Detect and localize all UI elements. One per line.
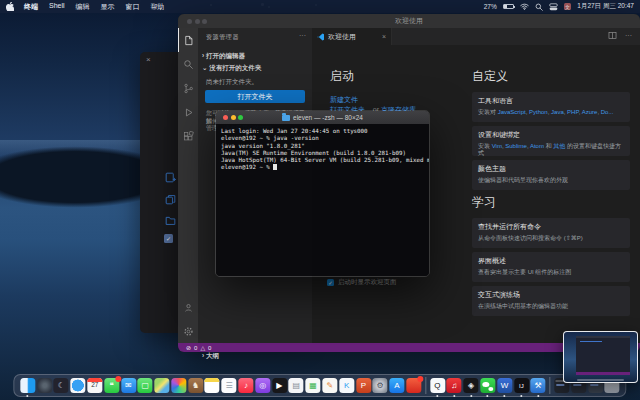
terminal-line: eleven@192 ~ % java -version: [221, 135, 424, 142]
battery-icon[interactable]: [503, 4, 514, 10]
search-icon[interactable]: [535, 3, 543, 11]
card-title: 交互式演练场: [478, 290, 624, 300]
dock-item-wechat-icon[interactable]: [480, 378, 495, 393]
tab-label: 欢迎使用: [328, 32, 379, 42]
welcome-card[interactable]: 工具和语言安装对 JavaScript, Python, Java, PHP, …: [472, 92, 630, 122]
dock-item-podcasts-icon[interactable]: ◎: [255, 378, 270, 393]
no-folder-text: 尚未打开文件夹。: [206, 78, 258, 87]
dock-item-keynote-icon[interactable]: K: [339, 378, 354, 393]
dock-item-messages-icon[interactable]: ❝: [104, 378, 119, 393]
dock-item-maps-icon[interactable]: [154, 378, 169, 393]
show-welcome-checkbox[interactable]: ✓ 启动时显示欢迎页面: [327, 278, 397, 287]
input-method-icon[interactable]: 文: [564, 3, 572, 11]
welcome-card[interactable]: 颜色主题使编辑器和代码呈现你喜欢的外观: [472, 160, 630, 190]
account-icon[interactable]: [178, 295, 198, 319]
checkbox-check-icon[interactable]: ✓: [327, 279, 334, 286]
editor-more-icon[interactable]: ···: [625, 32, 632, 39]
dock-item-intellij-idea-icon[interactable]: IJ: [514, 378, 529, 393]
dock-item-mail-icon[interactable]: ✉: [121, 378, 136, 393]
apple-menu-icon[interactable]: [6, 2, 14, 11]
run-debug-icon[interactable]: [178, 100, 198, 124]
welcome-card[interactable]: 设置和键绑定安装 Vim, Sublime, Atom 和 其他 的设置和键盘快…: [472, 126, 630, 156]
menu-编辑[interactable]: 编辑: [76, 2, 90, 12]
dock-item-chess-icon[interactable]: ♞: [188, 378, 203, 393]
close-button: [187, 19, 192, 24]
preview-mini-dock: [577, 379, 624, 381]
wifi-icon[interactable]: [520, 3, 529, 10]
dock-item-red-app-icon[interactable]: [406, 378, 421, 393]
dock-item-photos-icon[interactable]: [171, 378, 186, 393]
dock-item-qq-icon[interactable]: Q: [430, 378, 445, 393]
dock-item-reminders-icon[interactable]: ☰: [222, 378, 237, 393]
screenshot-preview-thumbnail[interactable]: [563, 331, 638, 383]
dock-item-xcode-icon[interactable]: ⚒: [531, 378, 546, 393]
terminal-content[interactable]: Last login: Wed Jan 27 20:44:45 on ttys0…: [216, 124, 429, 277]
dock-item-finder-icon[interactable]: [20, 378, 35, 393]
menu-终端[interactable]: 终端: [24, 2, 38, 12]
terminal-window[interactable]: eleven — -zsh — 80×24 Last login: Wed Ja…: [215, 110, 430, 277]
terminal-line: eleven@192 ~ %: [221, 164, 424, 171]
control-center-icon[interactable]: [549, 3, 558, 11]
welcome-card[interactable]: 交互式演练场在演练场中试用基本的编辑器功能: [472, 286, 630, 316]
terminal-cursor: [273, 164, 277, 170]
tab-welcome[interactable]: 欢迎使用 ×: [312, 28, 392, 45]
vscode-logo-icon: [317, 33, 325, 41]
menu-帮助[interactable]: 帮助: [151, 2, 165, 12]
problems-indicator[interactable]: ⊘0 △0: [186, 344, 211, 351]
source-control-icon[interactable]: [178, 76, 198, 100]
sidebar-more-icon[interactable]: ···: [299, 32, 306, 39]
dock-item-preview-icon[interactable]: ▤: [289, 378, 304, 393]
tab-close-icon[interactable]: ×: [382, 33, 386, 40]
window-controls[interactable]: [187, 19, 207, 24]
card-title: 查找并运行所有命令: [478, 222, 624, 232]
new-file-icon[interactable]: [165, 169, 176, 180]
menu-bar-clock[interactable]: 1月27日 周三 20:47: [577, 2, 634, 11]
background-checkbox[interactable]: ✓: [164, 234, 173, 243]
card-title: 工具和语言: [478, 96, 624, 106]
tab-bar: 欢迎使用 × ···: [312, 28, 640, 45]
dock-item-safari-icon[interactable]: [71, 378, 86, 393]
dock-item-dark-app-icon[interactable]: ◈: [464, 378, 479, 393]
dock-item-word-icon[interactable]: W: [497, 378, 512, 393]
dock-item-notes-icon[interactable]: [205, 378, 220, 393]
split-editor-icon[interactable]: [608, 31, 617, 40]
dock-item-launchpad-icon[interactable]: [37, 378, 52, 393]
search-icon[interactable]: [178, 52, 198, 76]
dock-item-powerpoint-icon[interactable]: P: [356, 378, 371, 393]
window-controls[interactable]: [223, 115, 243, 120]
open-folder-button[interactable]: 打开文件夹: [205, 90, 305, 103]
dock-item-music-icon[interactable]: ♪: [238, 378, 253, 393]
running-indicator: [453, 395, 455, 397]
close-icon[interactable]: ×: [146, 55, 151, 64]
welcome-card[interactable]: 查找并运行所有命令从命令面板快速访问和搜索命令 (⇧⌘P): [472, 218, 630, 248]
explorer-icon[interactable]: [178, 28, 198, 52]
menu-显示[interactable]: 显示: [101, 2, 115, 12]
dock-item-dark-moon-app-icon[interactable]: ☾: [54, 378, 69, 393]
dock-separator: [425, 377, 426, 394]
welcome-card[interactable]: 界面概述查看突出显示主要 UI 组件的标注图: [472, 252, 630, 282]
dock-item-system-preferences-icon[interactable]: ⚙: [373, 378, 388, 393]
notification-badge: [115, 376, 121, 382]
running-indicator: [436, 395, 438, 397]
terminal-line: Java(TM) SE Runtime Environment (build 1…: [221, 150, 424, 157]
dock-item-pages-icon[interactable]: ✎: [322, 378, 337, 393]
extensions-icon[interactable]: [178, 124, 198, 148]
dock-item-tv-icon[interactable]: ▶: [272, 378, 287, 393]
dock-item-numbers-icon[interactable]: ▦: [306, 378, 321, 393]
dock-item-calendar-icon[interactable]: 27: [87, 378, 102, 393]
open-files-icon[interactable]: [165, 191, 176, 202]
menu-Shell[interactable]: Shell: [49, 2, 65, 12]
dock-item-facetime-icon[interactable]: ▢: [138, 378, 153, 393]
dock-item-app-store-icon[interactable]: A: [389, 378, 404, 393]
settings-gear-icon[interactable]: [178, 319, 198, 343]
vscode-titlebar[interactable]: 欢迎使用: [178, 14, 640, 28]
folder-icon[interactable]: [165, 212, 176, 223]
terminal-titlebar[interactable]: eleven — -zsh — 80×24: [216, 111, 429, 124]
dock-item-netease-music-icon[interactable]: ♫: [447, 378, 462, 393]
menu-窗口[interactable]: 窗口: [126, 2, 140, 12]
open-editors-section[interactable]: › 打开的编辑器: [202, 52, 245, 61]
terminal-line: Last login: Wed Jan 27 20:44:45 on ttys0…: [221, 128, 424, 135]
error-count: 0: [194, 345, 197, 351]
no-folder-section[interactable]: ⌄ 没有打开的文件夹: [202, 64, 261, 73]
card-description: 查看突出显示主要 UI 组件的标注图: [478, 269, 624, 276]
